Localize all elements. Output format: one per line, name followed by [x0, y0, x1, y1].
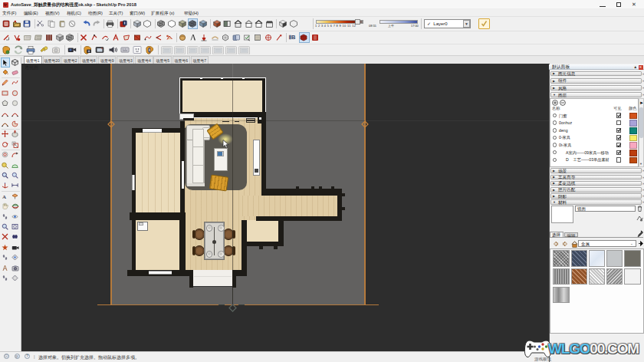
svg-text:A: A — [2, 193, 6, 199]
